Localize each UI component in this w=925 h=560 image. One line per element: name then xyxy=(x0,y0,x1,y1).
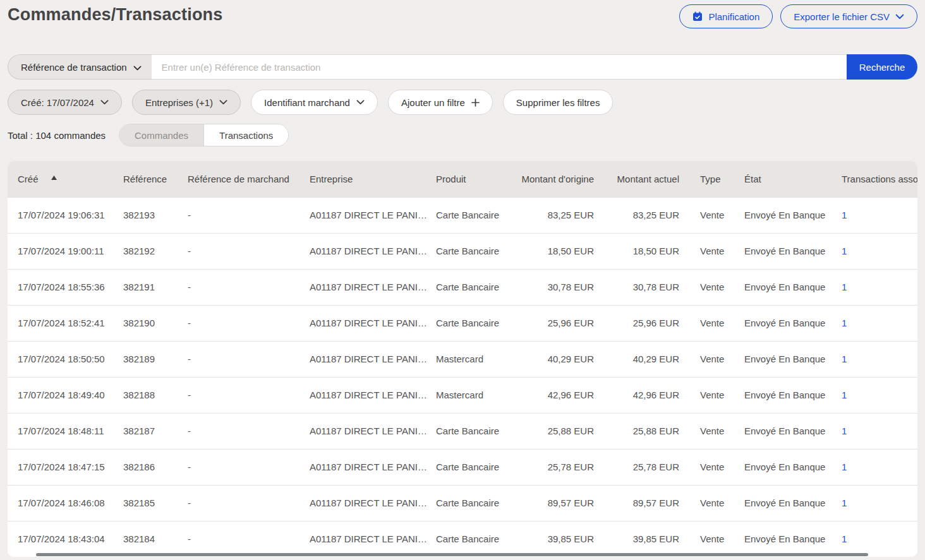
table-row[interactable]: 17/07/2024 18:43:04382184-A01187 DIRECT … xyxy=(8,521,917,557)
cell-merchant_reference: - xyxy=(188,521,310,557)
cell-product: Carte Bancaire xyxy=(436,521,518,557)
filter-chips-row: Créé: 17/07/2024 Entreprises (+1) Identi… xyxy=(8,90,917,115)
cell-original_amount: 25,88 EUR xyxy=(518,413,594,449)
view-toggle: Commandes Transactions xyxy=(119,124,289,146)
table-row[interactable]: 17/07/2024 19:06:31382193-A01187 DIRECT … xyxy=(8,197,917,233)
linked-transactions-link[interactable]: 1 xyxy=(842,282,847,292)
cell-merchant_reference: - xyxy=(188,413,310,449)
column-header-created[interactable]: Créé xyxy=(8,161,123,197)
filter-chip-identifiant-marchand[interactable]: Identifiant marchand xyxy=(251,90,378,115)
export-csv-button[interactable]: Exporter le fichier CSV xyxy=(780,4,917,28)
cell-current_amount: 18,50 EUR xyxy=(594,233,679,269)
cell-product: Carte Bancaire xyxy=(436,197,518,233)
cell-product: Carte Bancaire xyxy=(436,269,518,305)
cell-linked_transactions: 1 xyxy=(842,233,917,269)
cell-company: A01187 DIRECT LE PANI… xyxy=(310,413,436,449)
tab-commandes[interactable]: Commandes xyxy=(119,124,203,146)
cell-product: Mastercard xyxy=(436,341,518,377)
cell-reference: 382187 xyxy=(123,413,188,449)
cell-linked_transactions: 1 xyxy=(842,305,917,341)
cell-type: Vente xyxy=(679,305,744,341)
cell-merchant_reference: - xyxy=(188,485,310,521)
cell-reference: 382186 xyxy=(123,449,188,485)
cell-company: A01187 DIRECT LE PANI… xyxy=(310,305,436,341)
table-row[interactable]: 17/07/2024 18:50:50382189-A01187 DIRECT … xyxy=(8,341,917,377)
cell-current_amount: 25,78 EUR xyxy=(594,449,679,485)
cell-reference: 382190 xyxy=(123,305,188,341)
cell-product: Carte Bancaire xyxy=(436,413,518,449)
planification-label: Planification xyxy=(708,11,759,22)
linked-transactions-link[interactable]: 1 xyxy=(842,462,847,472)
cell-status: Envoyé En Banque xyxy=(744,413,842,449)
cell-created: 17/07/2024 18:47:15 xyxy=(8,449,123,485)
chevron-down-icon xyxy=(356,100,365,105)
transactions-table-container: CrééRéférenceRéférence de marchandEntrep… xyxy=(8,161,917,557)
cell-product: Carte Bancaire xyxy=(436,233,518,269)
chevron-down-icon xyxy=(219,100,227,105)
column-header-status: État xyxy=(744,161,842,197)
add-filter-chip[interactable]: Ajouter un filtre xyxy=(388,90,493,115)
filter-chip-cree[interactable]: Créé: 17/07/2024 xyxy=(8,90,122,115)
table-row[interactable]: 17/07/2024 19:00:11382192-A01187 DIRECT … xyxy=(8,233,917,269)
tab-transactions[interactable]: Transactions xyxy=(203,124,288,146)
column-label-product: Produit xyxy=(436,174,466,184)
topbar-actions: Planification Exporter le fichier CSV xyxy=(679,4,917,28)
column-header-reference: Référence xyxy=(123,161,188,197)
column-header-current_amount: Montant actuel xyxy=(594,161,679,197)
cell-created: 17/07/2024 18:48:11 xyxy=(8,413,123,449)
cell-type: Vente xyxy=(679,521,744,557)
calendar-check-icon xyxy=(692,11,703,21)
cell-status: Envoyé En Banque xyxy=(744,521,842,557)
cell-current_amount: 25,96 EUR xyxy=(594,305,679,341)
table-row[interactable]: 17/07/2024 18:49:40382188-A01187 DIRECT … xyxy=(8,377,917,413)
cell-current_amount: 40,29 EUR xyxy=(594,341,679,377)
search-category-dropdown[interactable]: Référence de transaction xyxy=(8,54,152,80)
linked-transactions-link[interactable]: 1 xyxy=(842,318,847,328)
cell-status: Envoyé En Banque xyxy=(744,377,842,413)
table-header-row: CrééRéférenceRéférence de marchandEntrep… xyxy=(8,161,917,197)
cell-linked_transactions: 1 xyxy=(842,341,917,377)
cell-original_amount: 39,85 EUR xyxy=(518,521,594,557)
horizontal-scrollbar[interactable] xyxy=(36,553,868,556)
linked-transactions-link[interactable]: 1 xyxy=(842,354,847,364)
cell-created: 17/07/2024 18:46:08 xyxy=(8,485,123,521)
linked-transactions-link[interactable]: 1 xyxy=(842,533,847,544)
cell-type: Vente xyxy=(679,377,744,413)
column-header-type: Type xyxy=(679,161,744,197)
filter-chip-entreprises[interactable]: Entreprises (+1) xyxy=(132,90,241,115)
chevron-down-icon xyxy=(133,62,142,73)
cell-linked_transactions: 1 xyxy=(842,413,917,449)
linked-transactions-link[interactable]: 1 xyxy=(842,497,847,508)
column-label-created: Créé xyxy=(18,174,39,184)
cell-type: Vente xyxy=(679,341,744,377)
clear-filters-chip[interactable]: Supprimer les filtres xyxy=(503,90,614,115)
cell-type: Vente xyxy=(679,269,744,305)
table-row[interactable]: 17/07/2024 18:46:08382185-A01187 DIRECT … xyxy=(8,485,917,521)
search-button[interactable]: Recherche xyxy=(847,54,917,80)
cell-reference: 382188 xyxy=(123,377,188,413)
cell-merchant_reference: - xyxy=(188,341,310,377)
table-row[interactable]: 17/07/2024 18:47:15382186-A01187 DIRECT … xyxy=(8,449,917,485)
cell-original_amount: 89,57 EUR xyxy=(518,485,594,521)
cell-original_amount: 40,29 EUR xyxy=(518,341,594,377)
table-row[interactable]: 17/07/2024 18:52:41382190-A01187 DIRECT … xyxy=(8,305,917,341)
cell-product: Carte Bancaire xyxy=(436,305,518,341)
linked-transactions-link[interactable]: 1 xyxy=(842,210,847,220)
export-csv-label: Exporter le fichier CSV xyxy=(794,11,890,22)
clear-filters-label: Supprimer les filtres xyxy=(516,97,600,108)
total-and-tabs-row: Total : 104 commandes Commandes Transact… xyxy=(8,124,917,146)
chevron-down-icon xyxy=(895,14,904,20)
cell-type: Vente xyxy=(679,233,744,269)
search-bar: Référence de transaction Recherche xyxy=(8,54,917,80)
linked-transactions-link[interactable]: 1 xyxy=(842,426,847,436)
table-row[interactable]: 17/07/2024 18:55:36382191-A01187 DIRECT … xyxy=(8,269,917,305)
table-row[interactable]: 17/07/2024 18:48:11382187-A01187 DIRECT … xyxy=(8,413,917,449)
search-input[interactable] xyxy=(152,54,847,80)
linked-transactions-link[interactable]: 1 xyxy=(842,246,847,256)
cell-company: A01187 DIRECT LE PANI… xyxy=(310,341,436,377)
planification-button[interactable]: Planification xyxy=(679,4,773,28)
cell-merchant_reference: - xyxy=(188,449,310,485)
cell-linked_transactions: 1 xyxy=(842,485,917,521)
linked-transactions-link[interactable]: 1 xyxy=(842,390,847,400)
cell-status: Envoyé En Banque xyxy=(744,485,842,521)
